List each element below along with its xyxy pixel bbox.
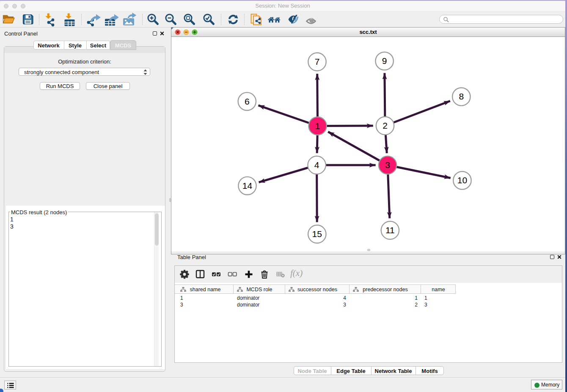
svg-text:1: 1 bbox=[315, 121, 320, 131]
svg-text:11: 11 bbox=[385, 225, 395, 235]
svg-text:9: 9 bbox=[382, 56, 387, 66]
svg-text:3: 3 bbox=[385, 160, 390, 170]
svg-text:7: 7 bbox=[315, 57, 320, 66]
svg-text:6: 6 bbox=[245, 97, 250, 106]
svg-text:15: 15 bbox=[312, 229, 322, 239]
svg-text:8: 8 bbox=[459, 91, 464, 101]
svg-text:10: 10 bbox=[457, 175, 467, 185]
svg-text:14: 14 bbox=[242, 181, 253, 190]
svg-text:2: 2 bbox=[383, 121, 388, 130]
svg-text:4: 4 bbox=[314, 160, 319, 170]
